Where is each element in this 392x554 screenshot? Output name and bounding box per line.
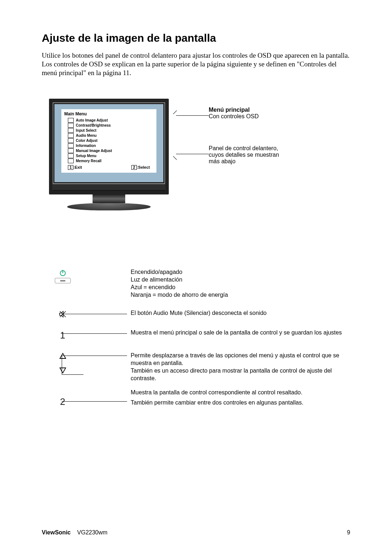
control-desc: Azul = encendido xyxy=(131,284,350,291)
power-icon xyxy=(59,269,66,276)
control-desc: Encendido/apagado xyxy=(131,268,350,276)
page-title: Ajuste de la imagen de la pantalla xyxy=(42,32,350,44)
svg-marker-5 xyxy=(60,353,66,358)
callout-line: cuyos detalles se muestran xyxy=(209,152,279,158)
osd-exit-label: :Exit xyxy=(73,165,82,169)
osd-exit-key: 1 xyxy=(68,165,73,170)
osd-select-key: 2 xyxy=(131,165,137,170)
control-desc: Luz de alimentación xyxy=(131,276,350,284)
button-1-icon: 1 xyxy=(60,330,65,341)
control-desc: Permite desplazarse a través de las opci… xyxy=(131,352,350,367)
footer-brand: ViewSonic xyxy=(42,529,71,535)
page-number: 9 xyxy=(347,529,350,536)
control-button2-row: 2 Muestra la pantalla de control corresp… xyxy=(49,389,350,407)
osd-item: Setup Menu xyxy=(76,154,97,158)
callout-main-menu: Menú principal Con controles OSD xyxy=(176,107,279,120)
control-button1-row: 1 Muestra el menú principal o sale de la… xyxy=(49,329,350,341)
osd-title: Main Menu xyxy=(64,111,154,116)
button-2-icon: 2 xyxy=(60,396,65,407)
footer-model: VG2230wm xyxy=(77,529,108,535)
intro-paragraph: Utilice los botones del panel de control… xyxy=(42,51,350,77)
osd-item: Information xyxy=(76,144,96,148)
control-desc: Naranja = modo de ahorro de energía xyxy=(131,291,350,299)
control-desc: También es un acceso directo para mostra… xyxy=(131,367,350,382)
callout-text: Con controles OSD xyxy=(209,113,279,120)
osd-select-label: :Select xyxy=(137,165,150,169)
osd-item: Color Adjust xyxy=(76,139,98,143)
callout-front-panel: Panel de control delantero, cuyos detall… xyxy=(176,145,279,165)
power-led-icon xyxy=(55,278,71,283)
up-arrow-icon xyxy=(59,353,66,359)
osd-item: Audio Menu xyxy=(76,134,97,138)
svg-marker-6 xyxy=(60,368,66,373)
control-power-row: Encendido/apagado Luz de alimentación Az… xyxy=(49,268,350,299)
osd-item: Manual Image Adjust xyxy=(76,149,112,153)
osd-item: Contrast/Brightness xyxy=(76,123,111,127)
control-desc: También permite cambiar entre dos contro… xyxy=(131,399,350,407)
mute-icon xyxy=(59,310,67,318)
control-mute-row: El botón Audio Mute (Silenciar) desconec… xyxy=(49,309,350,318)
control-desc: El botón Audio Mute (Silenciar) desconec… xyxy=(131,309,350,317)
osd-item: Memory Recall xyxy=(76,159,102,163)
monitor-figure: Main Menu Auto Image Adjust Contrast/Bri… xyxy=(49,99,350,210)
callout-line: Panel de control delantero, xyxy=(209,145,279,152)
callout-title: Menú principal xyxy=(209,107,279,113)
osd-item: Auto Image Adjust xyxy=(76,118,108,122)
osd-item: Input Select xyxy=(76,128,97,132)
down-arrow-icon xyxy=(59,367,66,374)
osd-menu: Main Menu Auto Image Adjust Contrast/Bri… xyxy=(61,109,156,173)
control-desc: Muestra el menú principal o sale de la p… xyxy=(131,329,350,337)
control-desc: Muestra la pantalla de control correspon… xyxy=(131,389,350,397)
page-footer: ViewSonic VG2230wm 9 xyxy=(42,529,350,536)
control-arrows-row: Permite desplazarse a través de las opci… xyxy=(49,352,350,382)
callout-line: más abajo xyxy=(209,158,279,165)
